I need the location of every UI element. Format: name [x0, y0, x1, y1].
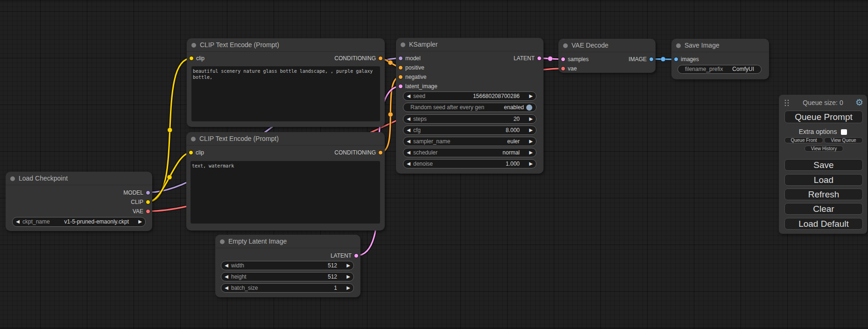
queue-prompt-button[interactable]: Queue Prompt [784, 111, 863, 123]
increment-arrow-icon[interactable]: ▶ [528, 92, 534, 100]
decrement-arrow-icon[interactable]: ◀ [406, 148, 411, 157]
widget-filename-prefix[interactable]: filename_prefix ComfyUI [677, 65, 762, 74]
save-button[interactable]: Save [784, 159, 863, 171]
input-dot-negative[interactable] [398, 75, 403, 79]
toggle-on-icon[interactable] [526, 105, 532, 111]
settings-gear-icon[interactable]: ⚙ [855, 98, 863, 107]
input-slot-negative[interactable]: negative [396, 72, 452, 82]
input-dot-positive[interactable] [398, 65, 403, 70]
input-slot-clip[interactable]: clip [186, 148, 242, 157]
increment-arrow-icon[interactable]: ▶ [346, 261, 351, 270]
output-dot-clip[interactable] [146, 200, 150, 204]
output-slot-clip[interactable]: CLIP [6, 197, 152, 207]
decrement-arrow-icon[interactable]: ◀ [406, 92, 411, 100]
positive-prompt-textarea[interactable]: beautiful scenery nature glass bottle la… [191, 66, 380, 121]
link-marker-clip-negative[interactable] [167, 175, 172, 180]
node-collapse-icon[interactable] [10, 176, 15, 181]
node-title-bar[interactable]: KSampler [396, 38, 543, 51]
queue-front-button[interactable]: Queue Front [784, 137, 823, 143]
output-dot-model[interactable] [146, 190, 150, 195]
widget-batch-size[interactable]: ◀ batch_size 1 ▶ [221, 283, 354, 293]
node-title-bar[interactable]: CLIP Text Encode (Prompt) [186, 132, 385, 146]
node-title-bar[interactable]: VAE Decode [558, 39, 656, 52]
view-queue-button[interactable]: View Queue [824, 137, 863, 143]
input-slot-images[interactable]: images [671, 55, 727, 64]
output-slot-conditioning[interactable]: CONDITIONING [291, 148, 385, 157]
decrement-arrow-icon[interactable]: ◀ [224, 284, 229, 292]
increment-arrow-icon[interactable]: ▶ [528, 148, 534, 157]
output-slot-conditioning[interactable]: CONDITIONING [291, 54, 385, 63]
input-slot-latent-image[interactable]: latent_image [396, 82, 457, 91]
input-dot-samples[interactable] [561, 57, 565, 62]
output-slot-latent[interactable]: LATENT [469, 54, 543, 63]
node-collapse-icon[interactable] [401, 42, 405, 47]
input-dot-clip[interactable] [189, 150, 193, 155]
increment-arrow-icon[interactable]: ▶ [346, 273, 351, 281]
increment-arrow-icon[interactable]: ▶ [528, 115, 534, 123]
node-collapse-icon[interactable] [191, 43, 196, 48]
input-slot-positive[interactable]: positive [396, 63, 452, 72]
input-slot-samples[interactable]: samples [558, 55, 614, 64]
load-button[interactable]: Load [784, 174, 863, 186]
output-slot-model[interactable]: MODEL [6, 188, 152, 197]
increment-arrow-icon[interactable]: ▶ [528, 126, 534, 134]
node-title-bar[interactable]: CLIP Text Encode (Prompt) [187, 38, 385, 52]
node-clip-text-encode-positive[interactable]: CLIP Text Encode (Prompt) clip CONDITION… [187, 38, 385, 127]
decrement-arrow-icon[interactable]: ◀ [406, 160, 411, 168]
output-dot-conditioning[interactable] [378, 150, 383, 155]
increment-arrow-icon[interactable]: ▶ [346, 284, 351, 292]
input-dot-latent-image[interactable] [398, 84, 403, 89]
link-marker-conditioning-negative[interactable] [388, 112, 393, 117]
output-dot-latent[interactable] [537, 56, 542, 61]
input-dot-images[interactable] [674, 57, 678, 62]
output-slot-vae[interactable]: VAE [6, 207, 152, 216]
decrement-arrow-icon[interactable]: ◀ [406, 137, 411, 146]
input-slot-vae[interactable]: vae [558, 64, 614, 73]
input-dot-vae[interactable] [561, 66, 565, 71]
increment-arrow-icon[interactable]: ▶ [137, 217, 143, 226]
clear-button[interactable]: Clear [784, 203, 863, 215]
node-collapse-icon[interactable] [220, 239, 225, 244]
node-ksampler[interactable]: KSampler model LATENT positive negative … [396, 38, 543, 174]
link-marker-latent-out[interactable] [548, 56, 552, 61]
widget-width[interactable]: ◀ width 512 ▶ [221, 261, 354, 270]
node-collapse-icon[interactable] [676, 43, 681, 48]
load-default-button[interactable]: Load Default [784, 218, 863, 230]
output-dot-vae[interactable] [146, 209, 150, 214]
widget-steps[interactable]: ◀ steps 20 ▶ [403, 114, 536, 124]
negative-prompt-textarea[interactable]: text, watermark [191, 161, 380, 224]
input-slot-clip[interactable]: clip [187, 54, 243, 63]
decrement-arrow-icon[interactable]: ◀ [224, 261, 229, 270]
increment-arrow-icon[interactable]: ▶ [528, 137, 534, 146]
output-dot-image[interactable] [649, 57, 654, 62]
node-collapse-icon[interactable] [563, 43, 568, 48]
input-dot-clip[interactable] [189, 56, 194, 61]
node-title-bar[interactable]: Load Checkpoint [6, 172, 152, 185]
link-marker-clip-positive[interactable] [168, 128, 172, 133]
link-marker-image[interactable] [661, 57, 665, 62]
widget-scheduler[interactable]: ◀ scheduler normal ▶ [403, 148, 536, 157]
link-marker-conditioning-positive[interactable] [388, 60, 393, 65]
node-title-bar[interactable]: Empty Latent Image [215, 235, 360, 248]
decrement-arrow-icon[interactable]: ◀ [406, 126, 411, 134]
widget-cfg[interactable]: ◀ cfg 8.000 ▶ [403, 126, 536, 135]
widget-denoise[interactable]: ◀ denoise 1.000 ▶ [403, 159, 536, 168]
refresh-button[interactable]: Refresh [784, 189, 863, 200]
widget-ckpt-name[interactable]: ◀ ckpt_name v1-5-pruned-emaonly.ckpt ▶ [12, 217, 146, 227]
node-title-bar[interactable]: Save Image [671, 39, 769, 52]
widget-seed[interactable]: ◀ seed 156680208700286 ▶ [403, 91, 536, 101]
widget-height[interactable]: ◀ height 512 ▶ [221, 272, 354, 281]
node-collapse-icon[interactable] [191, 137, 196, 141]
view-history-button[interactable]: View History [804, 146, 843, 152]
input-slot-model[interactable]: model [396, 54, 452, 63]
increment-arrow-icon[interactable]: ▶ [528, 160, 534, 168]
node-vae-decode[interactable]: VAE Decode samples IMAGE vae [558, 39, 656, 73]
decrement-arrow-icon[interactable]: ◀ [406, 115, 411, 123]
output-dot-latent[interactable] [354, 253, 359, 258]
node-load-checkpoint[interactable]: Load Checkpoint MODEL CLIP VAE ◀ ckpt_na… [6, 172, 152, 231]
decrement-arrow-icon[interactable]: ◀ [15, 217, 21, 226]
extra-options-checkbox[interactable] [841, 129, 847, 135]
output-slot-latent[interactable]: LATENT [215, 251, 360, 260]
input-dot-model[interactable] [398, 56, 403, 61]
widget-sampler-name[interactable]: ◀ sampler_name euler ▶ [403, 137, 536, 146]
